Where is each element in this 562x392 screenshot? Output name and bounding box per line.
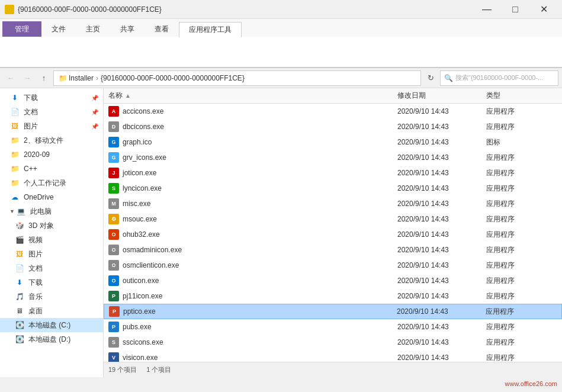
sidebar-item-disk-c[interactable]: 💽 本地磁盘 (C:) bbox=[0, 318, 103, 332]
sidebar-item-work-log[interactable]: 📁 个人工作记录 bbox=[0, 176, 103, 190]
back-button[interactable]: ← bbox=[4, 71, 18, 85]
file-name-cell: ⚙ msouc.exe bbox=[108, 214, 397, 224]
title-bar-left: {90160000-000F-0000-0000-0000000FF1CE} bbox=[5, 5, 162, 14]
file-row[interactable]: S lyncicon.exe 2020/9/10 14:43 应用程序 bbox=[104, 181, 562, 196]
watermark: www.office26.com bbox=[505, 380, 557, 387]
sidebar-label-desktop: 桌面 bbox=[28, 306, 98, 316]
sidebar-item-docs[interactable]: 📄 文档 📌 bbox=[0, 105, 103, 119]
file-type-cell: 应用程序 bbox=[486, 199, 557, 209]
file-row[interactable]: S sscicons.exe 2020/9/10 14:43 应用程序 bbox=[104, 335, 562, 350]
minimize-button[interactable]: — bbox=[473, 0, 500, 19]
file-date-cell: 2020/9/10 14:43 bbox=[397, 277, 486, 285]
sidebar-item-desktop[interactable]: 🖥 桌面 bbox=[0, 304, 103, 318]
sidebar: ⬇ 下载 📌 📄 文档 📌 🖼 图片 📌 📁 2、移动文件 📁 2020-09 … bbox=[0, 88, 104, 377]
file-name-text: visicon.exe bbox=[123, 354, 158, 362]
cpp-icon: 📁 bbox=[9, 163, 20, 174]
file-name-cell: V visicon.exe bbox=[108, 352, 397, 362]
file-name-cell: O ohub32.exe bbox=[108, 229, 397, 240]
file-row[interactable]: A accicons.exe 2020/9/10 14:43 应用程序 bbox=[104, 104, 562, 119]
file-name-text: ohub32.exe bbox=[123, 230, 160, 239]
sidebar-item-2020-09[interactable]: 📁 2020-09 bbox=[0, 147, 103, 162]
file-row[interactable]: G grv_icons.exe 2020/9/10 14:43 应用程序 bbox=[104, 150, 562, 165]
sidebar-item-download[interactable]: ⬇ 下载 📌 bbox=[0, 91, 103, 105]
file-name-cell: D dbcicons.exe bbox=[108, 121, 397, 132]
sidebar-label-pictures: 图片 bbox=[24, 121, 90, 131]
maximize-button[interactable]: □ bbox=[502, 0, 529, 19]
refresh-button[interactable]: ↻ bbox=[423, 71, 438, 85]
sidebar-item-pictures2[interactable]: 🖼 图片 bbox=[0, 247, 103, 261]
tab-home[interactable]: 主页 bbox=[76, 21, 110, 37]
file-name-cell: A accicons.exe bbox=[108, 106, 397, 117]
sidebar-label-docs: 文档 bbox=[24, 107, 90, 117]
file-type-cell: 图标 bbox=[486, 137, 557, 147]
pin-icon-download: 📌 bbox=[91, 95, 98, 101]
2020-09-icon: 📁 bbox=[9, 149, 20, 160]
status-bar: 19 个项目 1 个项目 bbox=[104, 362, 562, 377]
col-type-header[interactable]: 类型 bbox=[486, 91, 557, 101]
sidebar-label-disk-c: 本地磁盘 (C:) bbox=[28, 320, 98, 330]
file-icon-osm: O bbox=[108, 245, 119, 255]
file-date-cell: 2020/9/10 14:43 bbox=[397, 307, 486, 316]
col-name-header[interactable]: 名称 ▲ bbox=[108, 91, 397, 101]
forward-button[interactable]: → bbox=[20, 71, 34, 85]
file-name-text: sscicons.exe bbox=[123, 338, 163, 346]
work-log-icon: 📁 bbox=[9, 178, 20, 188]
file-name-text: dbcicons.exe bbox=[123, 123, 164, 131]
file-row[interactable]: J joticon.exe 2020/9/10 14:43 应用程序 bbox=[104, 165, 562, 181]
file-type-cell: 应用程序 bbox=[486, 107, 557, 117]
sidebar-item-move-files[interactable]: 📁 2、移动文件 bbox=[0, 133, 103, 147]
file-date-cell: 2020/9/10 14:43 bbox=[397, 354, 486, 362]
file-icon-pj11: P bbox=[108, 291, 119, 301]
tab-share[interactable]: 共享 bbox=[110, 21, 144, 37]
selected-count: 1 个项目 bbox=[146, 365, 171, 374]
file-name-text: pptico.exe bbox=[123, 307, 156, 316]
file-date-cell: 2020/9/10 14:43 bbox=[397, 246, 486, 254]
file-row[interactable]: O outicon.exe 2020/9/10 14:43 应用程序 bbox=[104, 273, 562, 288]
file-date-cell: 2020/9/10 14:43 bbox=[397, 292, 486, 300]
tab-file[interactable]: 文件 bbox=[41, 21, 76, 37]
sidebar-label-disk-d: 本地磁盘 (D:) bbox=[28, 335, 98, 345]
up-button[interactable]: ↑ bbox=[37, 71, 51, 85]
tab-manage[interactable]: 管理 bbox=[2, 21, 41, 37]
video-icon: 🎬 bbox=[14, 234, 25, 245]
file-row[interactable]: O ohub32.exe 2020/9/10 14:43 应用程序 bbox=[104, 227, 562, 242]
col-date-header[interactable]: 修改日期 bbox=[397, 91, 486, 101]
file-row[interactable]: M misc.exe 2020/9/10 14:43 应用程序 bbox=[104, 196, 562, 211]
sidebar-item-pictures[interactable]: 🖼 图片 📌 bbox=[0, 119, 103, 133]
tab-view[interactable]: 查看 bbox=[144, 21, 179, 37]
tab-app-tools[interactable]: 应用程序工具 bbox=[179, 22, 242, 37]
file-row[interactable]: P pj11icon.exe 2020/9/10 14:43 应用程序 bbox=[104, 288, 562, 304]
file-row[interactable]: O osmadminicon.exe 2020/9/10 14:43 应用程序 bbox=[104, 242, 562, 258]
file-name-text: osmclienticon.exe bbox=[123, 261, 179, 269]
ribbon-tabs: 管理 文件 主页 共享 查看 应用程序工具 bbox=[0, 19, 562, 37]
file-row[interactable]: P pubs.exe 2020/9/10 14:43 应用程序 bbox=[104, 319, 562, 335]
file-row[interactable]: ⚙ msouc.exe 2020/9/10 14:43 应用程序 bbox=[104, 211, 562, 227]
sidebar-item-music[interactable]: 🎵 音乐 bbox=[0, 290, 103, 304]
file-name-text: joticon.exe bbox=[123, 169, 156, 177]
sidebar-item-disk-d[interactable]: 💽 本地磁盘 (D:) bbox=[0, 332, 103, 346]
file-row[interactable]: D dbcicons.exe 2020/9/10 14:43 应用程序 bbox=[104, 119, 562, 134]
file-row[interactable]: V visicon.exe 2020/9/10 14:43 应用程序 bbox=[104, 350, 562, 362]
file-name-text: grv_icons.exe bbox=[123, 153, 166, 162]
search-box[interactable]: 🔍 搜索"{90160000-000F-0000-... bbox=[440, 70, 558, 86]
sidebar-item-3d-objects[interactable]: 🎲 3D 对象 bbox=[0, 219, 103, 233]
file-type-cell: 应用程序 bbox=[486, 307, 557, 317]
sidebar-item-this-pc[interactable]: ▼ 💻 此电脑 bbox=[0, 204, 103, 219]
sidebar-item-video[interactable]: 🎬 视频 bbox=[0, 233, 103, 247]
item-count: 19 个项目 bbox=[108, 365, 137, 374]
file-type-cell: 应用程序 bbox=[486, 245, 557, 255]
sidebar-item-onedrive[interactable]: ☁ OneDrive bbox=[0, 190, 103, 204]
sidebar-item-cpp[interactable]: 📁 C++ bbox=[0, 162, 103, 176]
file-icon-ohub: O bbox=[108, 229, 119, 240]
sidebar-item-download2[interactable]: ⬇ 下载 bbox=[0, 275, 103, 290]
address-box[interactable]: 📁 Installer › {90160000-000F-0000-0000-0… bbox=[53, 70, 421, 86]
file-name-text: osmadminicon.exe bbox=[123, 246, 182, 254]
sidebar-item-docs2[interactable]: 📄 文档 bbox=[0, 261, 103, 275]
file-row[interactable]: P pptico.exe 2020/9/10 14:43 应用程序 bbox=[104, 304, 562, 319]
file-date-cell: 2020/9/10 14:43 bbox=[397, 323, 486, 331]
file-date-cell: 2020/9/10 14:43 bbox=[397, 107, 486, 115]
address-bar: ← → ↑ 📁 Installer › {90160000-000F-0000-… bbox=[0, 68, 562, 88]
file-row[interactable]: O osmclienticon.exe 2020/9/10 14:43 应用程序 bbox=[104, 258, 562, 273]
close-button[interactable]: ✕ bbox=[530, 0, 557, 19]
file-row[interactable]: G graph.ico 2020/9/10 14:43 图标 bbox=[104, 134, 562, 150]
